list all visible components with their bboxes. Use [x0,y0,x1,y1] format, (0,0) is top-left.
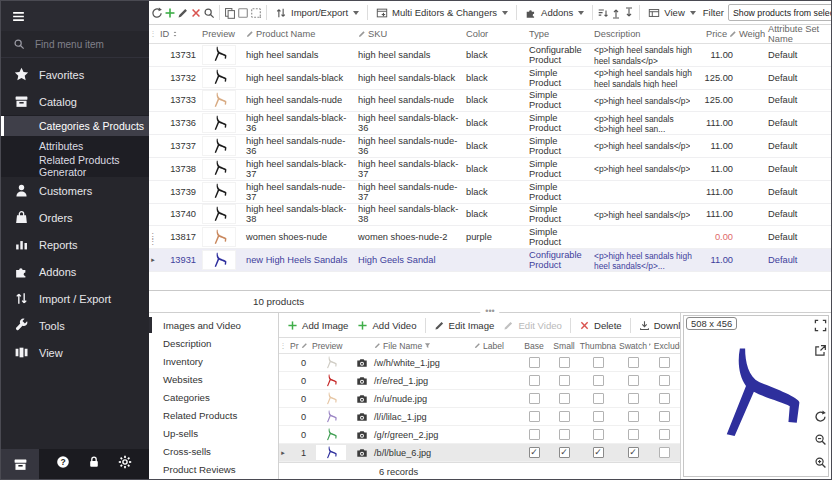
paste-button[interactable] [250,3,262,23]
column-header-product-name[interactable]: Product Name [243,25,355,43]
add-video-button[interactable]: Add Video [353,315,420,335]
swatch-checkbox[interactable] [628,357,639,368]
base-checkbox[interactable] [529,375,540,386]
column-header-id[interactable]: ID [157,25,199,43]
column-header-base[interactable]: Base [519,338,549,353]
column-header-swatch[interactable]: Swatch [617,338,649,353]
thumbnail-checkbox[interactable] [593,357,604,368]
thumbnail-checkbox[interactable] [593,411,604,422]
bottom-bar-help-button[interactable]: ? [56,455,70,473]
sidebar-item-customers[interactable]: Customers [1,177,149,204]
column-header-pr[interactable]: Pr [287,338,309,353]
edit-button[interactable] [177,3,189,23]
delete-button[interactable] [190,3,202,23]
column-header-type[interactable]: Type [526,25,591,43]
menu-search-input[interactable] [33,38,133,51]
column-chooser[interactable]: ⋮ [149,25,157,43]
tab-related-products[interactable]: Related Products [149,406,278,424]
column-header-preview[interactable]: Preview [309,338,353,353]
hamburger-icon[interactable] [11,9,26,24]
swatch-checkbox[interactable] [628,429,639,440]
add-button[interactable] [164,3,176,23]
base-checkbox[interactable] [529,393,540,404]
swatch-checkbox[interactable] [628,411,639,422]
column-header-description[interactable]: Description [591,25,703,43]
sidebar-item-reports[interactable]: Reports [1,231,149,258]
import-export-menu[interactable]: Import/Export [271,3,363,23]
product-row[interactable]: ▸13931new High Heels SandalsHigh Geels S… [149,249,831,272]
move-down-button[interactable] [623,3,635,23]
product-row[interactable]: 13736high heel sandals-black-36high heel… [149,112,831,135]
category-filter-select[interactable]: Show products from selected categories [728,4,831,21]
column-header-file-name[interactable]: File Name [371,338,471,353]
rotate-button[interactable] [814,409,827,427]
zoom-out-button[interactable] [814,432,827,450]
tab-product-reviews[interactable]: Product Reviews [149,460,278,478]
zoom-in-button[interactable] [814,455,827,473]
product-row[interactable]: 13737high heel sandals-nude-36high heel … [149,135,831,158]
swatch-checkbox[interactable]: ✓ [628,447,639,458]
product-row[interactable]: 13738high heel sandals-black-37high heel… [149,158,831,181]
column-header-weight[interactable]: Weight [736,25,765,43]
image-row[interactable]: 0/n/u/nude.jpg [279,390,680,408]
tab-up-sells[interactable]: Up-sells [149,424,278,442]
column-chooser[interactable]: ⋮ [279,338,287,353]
exclude-checkbox[interactable] [659,375,670,386]
tab-websites[interactable]: Websites [149,370,278,388]
column-header-thumbna[interactable]: Thumbna [579,338,617,353]
column-header-exclude[interactable]: Exclude [649,338,680,353]
exclude-checkbox[interactable] [659,411,670,422]
sidebar-subitem-attributes[interactable]: Attributes [1,136,149,156]
product-row[interactable]: 13732high heel sandals-blackhigh heel sa… [149,67,831,90]
column-header-image-type[interactable] [353,338,371,353]
bottom-bar-lock-button[interactable] [87,455,101,473]
small-checkbox[interactable]: ✓ [559,447,570,458]
sidebar-item-import-export[interactable]: Import / Export [1,285,149,312]
addons-menu[interactable]: Addons [521,3,588,23]
tab-cross-sells[interactable]: Cross-sells [149,442,278,460]
exclude-checkbox[interactable] [659,357,670,368]
exclude-checkbox[interactable] [659,393,670,404]
swatch-checkbox[interactable] [628,375,639,386]
thumbnail-checkbox[interactable] [593,375,604,386]
column-header-label[interactable]: Label [471,338,519,353]
image-row[interactable]: 0/g/r/green_2.jpg [279,426,680,444]
base-checkbox[interactable] [529,357,540,368]
column-header-small[interactable]: Small [549,338,579,353]
column-header-preview[interactable]: Preview [199,25,243,43]
small-checkbox[interactable] [559,429,570,440]
move-up-button[interactable] [610,3,622,23]
select-button[interactable] [237,3,249,23]
column-header-attribute-set-name[interactable]: Attribute Set Name [765,25,831,43]
sidebar-item-view[interactable]: View [1,339,149,366]
edit-image-button[interactable]: Edit Image [430,315,499,335]
tab-inventory[interactable]: Inventory [149,352,278,370]
delete-button[interactable]: Delete [575,315,626,335]
sidebar-item-tools[interactable]: Tools [1,312,149,339]
image-row[interactable]: 0/r/e/red_1.jpg [279,372,680,390]
exclude-checkbox[interactable] [659,429,670,440]
exclude-checkbox[interactable] [659,447,670,458]
small-checkbox[interactable] [559,357,570,368]
product-row[interactable]: 13817women shoes-nudewomen shoes-nude-2p… [149,226,831,249]
row-expander[interactable]: ▸ [279,444,287,461]
sidebar-item-favorites[interactable]: Favorites [1,61,149,88]
panel-grip[interactable]: ⋮⋮ [149,225,156,253]
base-checkbox[interactable] [529,429,540,440]
image-row[interactable]: 0/l/i/lilac_1.jpg [279,408,680,426]
tab-categories[interactable]: Categories [149,388,278,406]
thumbnail-checkbox[interactable]: ✓ [593,447,604,458]
bottom-bar-settings-button[interactable] [118,455,132,473]
view-menu[interactable]: View [644,3,699,23]
small-checkbox[interactable] [559,411,570,422]
tab-images-and-video[interactable]: Images and Video [149,316,278,334]
thumbnail-checkbox[interactable] [593,429,604,440]
sidebar-subitem-categories-products[interactable]: Categories & Products [1,116,149,136]
base-checkbox[interactable] [529,411,540,422]
column-header-price[interactable]: Price [703,25,736,43]
sidebar-subitem-related-products-generator[interactable]: Related Products Generator [1,156,149,176]
download-image-button[interactable]: Download Image [635,315,680,335]
copy-button[interactable] [224,3,236,23]
search-button[interactable] [203,3,215,23]
small-checkbox[interactable] [559,375,570,386]
